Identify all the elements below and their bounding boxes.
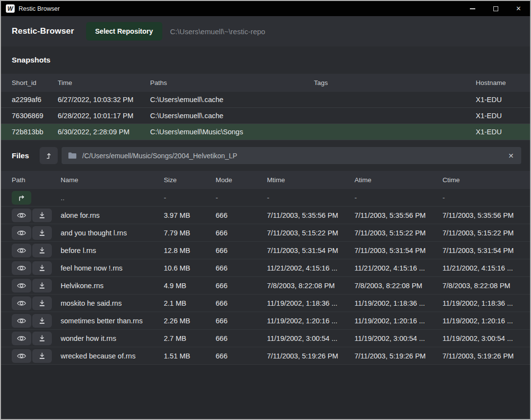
file-row[interactable]: and you thought l.rns7.79 MB6667/11/2003… [1, 224, 530, 242]
column-header-mode: Mode [216, 176, 267, 184]
clear-path-button[interactable]: ✕ [507, 152, 515, 160]
file-row[interactable]: wrecked because of.rns1.51 MB6667/11/200… [1, 347, 530, 365]
minimize-button[interactable] [461, 1, 484, 16]
file-atime: 7/11/2003, 5:31:54 PM [354, 247, 442, 254]
file-ctime: 11/19/2002, 3:00:54 ... [442, 335, 530, 342]
file-row[interactable]: sometimes better than.rns2.26 MB66611/19… [1, 312, 530, 330]
download-file-button[interactable] [32, 332, 52, 345]
app-window: W Restic Browser ✕ Restic-Browser Select… [0, 0, 531, 420]
repo-header: Restic-Browser Select Repository C:\User… [1, 16, 530, 46]
snapshot-row[interactable]: a2299af6 6/27/2022, 10:03:32 PM C:\Users… [1, 92, 530, 108]
file-ctime: 7/11/2003, 5:19:26 PM [442, 352, 530, 360]
column-header-path: Path [12, 176, 61, 184]
download-file-button[interactable] [32, 314, 52, 328]
download-file-button[interactable] [32, 349, 52, 363]
column-header-time: Time [58, 79, 150, 86]
file-row[interactable]: before l.rns12.8 MB6667/11/2003, 5:31:54… [1, 242, 530, 259]
preview-file-button[interactable] [12, 296, 31, 310]
download-file-button[interactable] [32, 226, 52, 240]
file-mtime: 7/11/2003, 5:19:26 PM [267, 352, 354, 360]
parent-directory-row[interactable]: .. - - - - - [1, 189, 530, 207]
minimize-icon [470, 8, 475, 9]
eye-icon [17, 264, 26, 272]
file-name: before l.rns [61, 247, 164, 254]
snapshot-paths: C:\Users\emuell\.cache [150, 112, 314, 120]
file-row[interactable]: Helvikone.rns4.9 MB6667/8/2003, 8:22:08 … [1, 277, 530, 294]
file-mode: 666 [216, 352, 267, 360]
file-ctime: 7/11/2003, 5:35:56 PM [442, 211, 530, 219]
file-size: 1.51 MB [164, 352, 216, 360]
file-mtime: 11/19/2002, 1:18:36 ... [267, 299, 354, 307]
file-name: Helvikone.rns [61, 282, 164, 290]
preview-file-button[interactable] [12, 332, 31, 345]
select-repository-button[interactable]: Select Repository [86, 22, 162, 41]
file-mode: 666 [216, 317, 267, 325]
file-mode: 666 [216, 264, 267, 272]
column-header-size: Size [164, 176, 216, 184]
preview-file-button[interactable] [12, 261, 31, 275]
eye-icon [17, 352, 26, 360]
eye-icon [17, 282, 26, 290]
snapshot-short-id: 76306869 [12, 112, 58, 120]
snapshot-paths: C:\Users\emuell\Music\Songs [150, 128, 314, 136]
file-atime: 11/19/2002, 1:20:16 ... [354, 317, 442, 325]
file-mtime: 11/19/2002, 1:20:16 ... [267, 317, 354, 325]
file-name: sometimes better than.rns [61, 317, 164, 325]
file-row[interactable]: moskito he said.rns2.1 MB66611/19/2002, … [1, 294, 530, 312]
download-file-button[interactable] [32, 296, 52, 310]
file-row[interactable]: wonder how it.rns2.7 MB66611/19/2002, 3:… [1, 330, 530, 347]
file-atime: 11/19/2002, 1:18:36 ... [354, 299, 442, 307]
snapshot-hostname: X1-EDU [476, 128, 530, 136]
file-name: and you thought l.rns [61, 229, 164, 237]
column-header-tags: Tags [314, 79, 476, 86]
file-mode: 666 [216, 247, 267, 254]
file-mtime: 7/8/2003, 8:22:08 PM [267, 282, 354, 290]
file-ctime: 7/11/2003, 5:15:22 PM [442, 229, 530, 237]
file-name: feel home now !.rns [61, 264, 164, 272]
preview-file-button[interactable] [12, 349, 31, 363]
file-mtime: - [267, 194, 354, 202]
maximize-icon [493, 6, 498, 11]
download-file-button[interactable] [32, 244, 52, 257]
app-name: Restic-Browser [12, 26, 74, 36]
download-file-button[interactable] [32, 209, 52, 222]
download-icon [38, 264, 46, 272]
download-file-button[interactable] [32, 279, 52, 293]
repository-path: C:\Users\emuell\~\restic-repo [170, 27, 266, 36]
close-icon: ✕ [516, 5, 521, 12]
preview-file-button[interactable] [12, 209, 31, 222]
preview-file-button[interactable] [12, 226, 31, 240]
download-icon [38, 282, 46, 290]
preview-file-button[interactable] [12, 314, 31, 328]
file-name: moskito he said.rns [61, 299, 164, 307]
download-icon [38, 211, 46, 219]
column-header-paths: Paths [150, 79, 314, 86]
window-title: Restic Browser [19, 5, 60, 12]
column-header-ctime: Ctime [442, 176, 530, 184]
parent-dir-arrow-icon [17, 194, 26, 202]
preview-file-button[interactable] [12, 279, 31, 293]
download-file-button[interactable] [32, 261, 52, 275]
snapshot-row[interactable]: 76306869 6/28/2022, 10:01:17 PM C:\Users… [1, 108, 530, 124]
up-level-button[interactable] [40, 147, 58, 164]
close-button[interactable]: ✕ [507, 1, 530, 16]
file-mtime: 7/11/2003, 5:15:22 PM [267, 229, 354, 237]
file-name: wrecked because of.rns [61, 352, 164, 360]
file-ctime: 11/19/2002, 1:18:36 ... [442, 299, 530, 307]
folder-icon [68, 152, 77, 159]
file-name: wonder how it.rns [61, 335, 164, 342]
file-row[interactable]: feel home now !.rns10.6 MB66611/21/2002,… [1, 259, 530, 277]
file-atime: 7/8/2003, 8:22:08 PM [354, 282, 442, 290]
snapshots-table-header: Short_id Time Paths Tags Hostname [1, 74, 530, 92]
snapshot-row-selected[interactable]: 72b813bb 6/30/2022, 2:28:09 PM C:\Users\… [1, 124, 530, 140]
wails-logo-icon: W [6, 4, 15, 13]
file-atime: 11/21/2002, 4:15:16 ... [354, 264, 442, 272]
eye-icon [17, 247, 26, 254]
file-mode: 666 [216, 299, 267, 307]
file-row[interactable]: alone for.rns3.97 MB6667/11/2003, 5:35:5… [1, 207, 530, 224]
maximize-button[interactable] [484, 1, 507, 16]
preview-file-button[interactable] [12, 244, 31, 257]
go-parent-directory-button[interactable] [12, 191, 31, 205]
file-name: .. [61, 194, 164, 202]
current-path-input[interactable]: /C/Users/emuell/Music/Songs/2004_Helveti… [62, 147, 521, 164]
